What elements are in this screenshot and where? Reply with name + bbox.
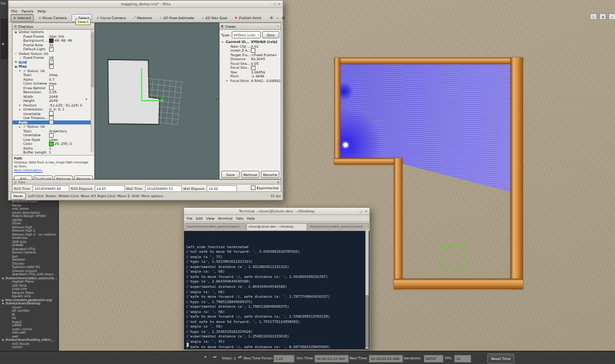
property-value[interactable]: -51.225; -51.225; 0 <box>49 103 82 107</box>
sim-time-value[interactable]: 00 00:01:14.304 <box>314 355 349 363</box>
property-row[interactable]: ▣ Map <box>13 64 94 69</box>
property-value[interactable]: /map <box>49 73 58 77</box>
views-panel-header[interactable]: ◧ Views + <box>220 23 281 30</box>
property-row[interactable]: Unreliable <box>13 133 94 138</box>
splitter-left-icon[interactable]: ◂ <box>85 97 87 101</box>
step-icon[interactable]: ⏭ <box>213 355 216 359</box>
property-value[interactable]: 25; 255; 0 <box>54 142 72 146</box>
property-value[interactable]: 50.3045 <box>251 57 265 61</box>
interact-hand-icon[interactable]: ✥Interact <box>11 14 34 22</box>
tool-properties-icon[interactable]: ⊕ <box>282 15 285 20</box>
row-checkbox[interactable] <box>49 120 54 124</box>
views-action-button[interactable]: Save <box>221 171 240 178</box>
property-row[interactable]: Default Light <box>13 47 94 52</box>
property-value[interactable]: XYOrbit (rviz) <box>251 40 277 44</box>
rviz-titlebar[interactable]: mapping_demo.rviz* - RViz – ▢ ✕ <box>9 1 283 8</box>
property-row[interactable]: Background Color 48; 48; 48 <box>13 38 94 43</box>
close-icon[interactable]: ✕ <box>365 210 367 213</box>
property-value[interactable]: 1 <box>49 146 51 150</box>
iterations-value[interactable]: 98797 <box>424 355 444 363</box>
property-row[interactable]: Resolution 0.05 <box>13 90 94 95</box>
terminal-output[interactable]: left_side_function terminated('not safe … <box>185 229 365 349</box>
property-row[interactable]: Draw Behind <box>13 86 94 91</box>
menu-item[interactable]: Tabs <box>236 216 244 220</box>
zero-button[interactable]: Zero <box>262 31 279 38</box>
terminal-titlebar[interactable]: Terminal - clever@clever-dev: ~/Desktop … <box>184 208 369 215</box>
gazebo-overlay-button-icon[interactable]: ◱ <box>590 13 597 20</box>
insert-model-label: Standard VTOL with downwar... <box>12 273 58 276</box>
property-value[interactable]: 0.7 <box>49 77 54 81</box>
add-tool-icon[interactable]: ✚ <box>270 15 273 20</box>
steps-spinner[interactable]: ▴▾ <box>238 356 242 358</box>
view-property-row[interactable]: ▾ Current View XYOrbit (rviz) <box>220 40 281 44</box>
property-value[interactable]: 0.05 <box>49 90 57 94</box>
property-row[interactable]: Alpha 0.7 <box>13 77 94 82</box>
views-action-button[interactable]: Rename <box>261 171 279 178</box>
help-more-link[interactable]: More Information. <box>14 168 43 172</box>
row-checkbox[interactable] <box>49 47 54 52</box>
panel-menu-icon[interactable]: + <box>277 24 279 28</box>
close-icon[interactable]: ✕ <box>278 3 281 6</box>
menu-item[interactable]: Panels <box>21 9 33 13</box>
property-row[interactable]: ▸ Position -51.225; -51.225; 0 <box>13 103 94 108</box>
publish-point-icon[interactable]: ⚑Publish Point <box>232 14 263 22</box>
measure-ruler-icon[interactable]: ⤢Measure <box>130 14 155 22</box>
minimize-icon[interactable]: – <box>269 3 271 6</box>
property-row[interactable]: Color 25; 255; 0 <box>13 142 94 146</box>
property-value[interactable]: 1 <box>49 150 51 154</box>
panel-close-icon[interactable]: ✕ <box>277 181 279 184</box>
tree-collapse-icon[interactable]: ▼ <box>2 42 4 46</box>
nav-goal-arrow-icon[interactable]: ➚2D Nav Goal <box>199 14 230 22</box>
menu-item[interactable]: Help <box>37 9 46 13</box>
property-value[interactable]: 48; 48; 48 <box>54 38 72 42</box>
row-checkbox[interactable] <box>251 48 256 53</box>
property-value[interactable]: -1.3848 <box>251 74 264 78</box>
gazebo-overlay-button-icon[interactable]: ▭ <box>608 13 615 20</box>
terminal-scrollbar[interactable] <box>365 229 369 349</box>
minimize-icon[interactable]: – <box>356 210 357 213</box>
remove-tool-icon[interactable]: − <box>276 15 279 20</box>
row-checkbox[interactable] <box>49 133 54 138</box>
rviz-3d-view[interactable] <box>95 23 219 179</box>
property-row[interactable]: Path <box>13 120 94 125</box>
menu-item[interactable]: View <box>206 216 214 220</box>
menu-item[interactable]: Help <box>247 216 255 220</box>
row-checkbox[interactable] <box>49 64 54 69</box>
maximize-icon[interactable]: ▢ <box>359 210 363 213</box>
rtf-value[interactable]: 0.22 <box>273 355 295 363</box>
property-row[interactable]: Alpha 1 <box>13 146 94 151</box>
property-value[interactable]: 2048 <box>49 95 58 99</box>
property-value[interactable]: 2048 <box>49 99 58 103</box>
splitter-right-icon[interactable]: ▸ <box>216 97 217 101</box>
focus-camera-icon[interactable]: ✛Focus Camera <box>94 14 128 22</box>
insert-model-item[interactable]: room3 <box>0 345 58 349</box>
maximize-icon[interactable]: ▢ <box>273 3 276 6</box>
menu-item[interactable]: Edit <box>196 216 203 220</box>
property-row[interactable]: Topic /map <box>13 73 94 77</box>
fps-value[interactable]: 31 <box>454 355 471 363</box>
displays-scrollbar[interactable] <box>91 30 94 152</box>
property-value[interactable]: 9.5042; -0.68561; 0 <box>251 79 281 83</box>
pose-estimate-arrow-icon[interactable]: ➚2D Pose Estimate <box>156 14 197 22</box>
gazebo-file-menu[interactable]: File <box>1 1 6 5</box>
reset-button[interactable]: Reset <box>11 193 26 200</box>
real-time-value[interactable]: 00 00:04:25.098 <box>369 355 403 363</box>
view-property-row[interactable]: ▸ Focal Point 9.5042; -0.68561; 0 <box>220 79 281 83</box>
views-action-button[interactable]: Remove <box>241 171 260 178</box>
gazebo-overlay-button-icon[interactable]: ◨ <box>599 13 606 20</box>
row-checkbox[interactable] <box>251 66 256 70</box>
property-row[interactable]: Height 2048 <box>13 99 94 103</box>
view-type-dropdown[interactable]: XYOrbit (rviz) ▾ <box>232 31 261 38</box>
experimental-checkbox[interactable] <box>251 185 256 190</box>
menu-item[interactable]: File <box>187 216 193 220</box>
row-checkbox[interactable] <box>49 85 54 90</box>
time-panel-header[interactable]: ◷ Time ✕ <box>13 180 281 185</box>
move-camera-icon[interactable]: ⟲Move Camera <box>36 14 70 22</box>
property-value[interactable]: <Fixed Frame> <box>251 53 277 57</box>
property-value[interactable]: 3.06459 <box>251 70 265 74</box>
menu-item[interactable]: Terminal <box>218 216 232 220</box>
reset-time-button[interactable]: Reset Time <box>487 353 514 363</box>
property-row[interactable]: Width 2048 <box>13 95 94 99</box>
menu-item[interactable]: File <box>11 9 17 13</box>
pause-icon[interactable]: ⏸ <box>205 355 207 359</box>
